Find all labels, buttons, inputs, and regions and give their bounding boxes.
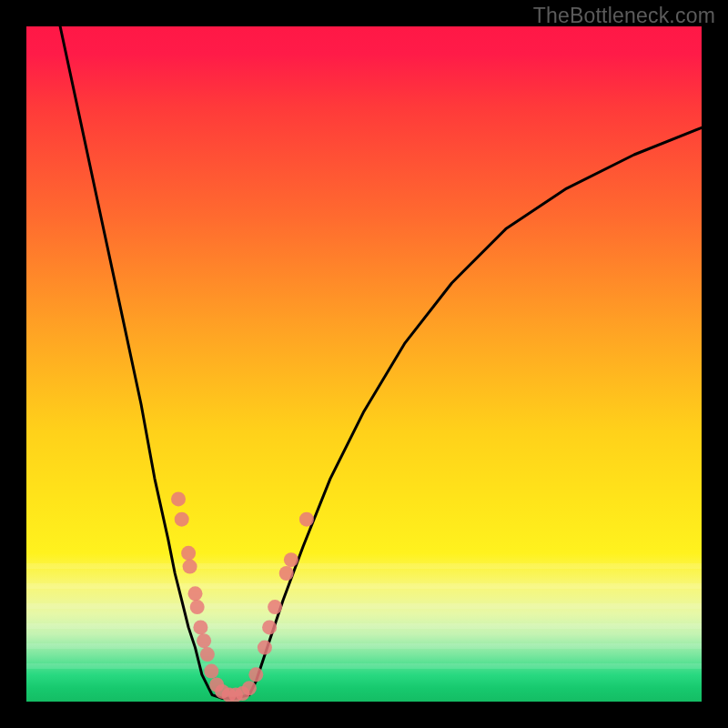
data-point [242, 681, 257, 695]
data-point [190, 600, 205, 614]
data-point [171, 491, 186, 506]
data-point [279, 566, 294, 581]
watermark-text: TheBottleneck.com [533, 4, 715, 28]
data-point [299, 512, 314, 527]
data-point [183, 560, 197, 574]
data-point [262, 620, 277, 634]
data-point [193, 620, 207, 634]
data-point [197, 633, 211, 648]
chart-frame: TheBottleneck.com [0, 0, 728, 728]
data-point [175, 512, 189, 527]
data-point [188, 586, 203, 601]
curve-layer [26, 26, 702, 702]
bottleneck-curve [60, 26, 702, 698]
data-point [204, 664, 218, 679]
data-point [268, 600, 282, 614]
data-point [248, 667, 263, 682]
plot-area [26, 26, 702, 702]
data-point [258, 641, 272, 655]
data-point [284, 552, 298, 567]
data-point [200, 647, 215, 662]
data-point [181, 546, 196, 561]
